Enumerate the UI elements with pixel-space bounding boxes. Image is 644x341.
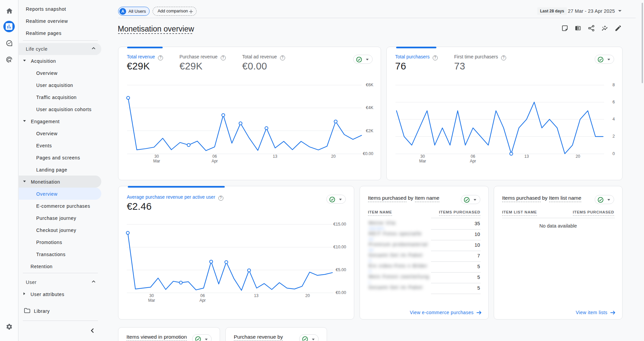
svg-text:€5.00: €5.00 bbox=[336, 267, 346, 272]
svg-text:€15.00: €15.00 bbox=[333, 222, 346, 227]
svg-text:0: 0 bbox=[612, 151, 615, 156]
svg-text:20: 20 bbox=[305, 293, 310, 298]
svg-text:13: 13 bbox=[254, 293, 259, 298]
svg-text:8: 8 bbox=[612, 83, 615, 87]
svg-text:€4K: €4K bbox=[366, 105, 374, 110]
svg-text:20: 20 bbox=[576, 154, 580, 159]
svg-text:06: 06 bbox=[200, 293, 205, 298]
svg-text:13: 13 bbox=[273, 154, 277, 159]
svg-text:Mar: Mar bbox=[148, 298, 155, 303]
svg-text:€2K: €2K bbox=[366, 129, 374, 133]
svg-text:20: 20 bbox=[331, 154, 336, 159]
svg-text:4: 4 bbox=[612, 117, 615, 121]
svg-text:€0.00: €0.00 bbox=[363, 151, 373, 156]
svg-text:06: 06 bbox=[212, 154, 217, 159]
svg-text:30: 30 bbox=[149, 293, 154, 298]
svg-text:€6K: €6K bbox=[366, 83, 374, 87]
svg-text:2: 2 bbox=[612, 134, 615, 139]
svg-text:Mar: Mar bbox=[419, 159, 426, 163]
svg-text:Apr: Apr bbox=[212, 159, 218, 163]
svg-text:30: 30 bbox=[154, 154, 159, 159]
svg-text:6: 6 bbox=[612, 100, 615, 104]
svg-text:06: 06 bbox=[471, 154, 475, 159]
svg-text:€0.00: €0.00 bbox=[336, 290, 346, 295]
svg-text:Apr: Apr bbox=[470, 159, 476, 163]
svg-text:€10.00: €10.00 bbox=[333, 245, 346, 249]
svg-text:30: 30 bbox=[420, 154, 425, 159]
svg-text:Apr: Apr bbox=[200, 298, 206, 303]
svg-text:Mar: Mar bbox=[153, 159, 160, 163]
svg-text:13: 13 bbox=[524, 154, 529, 159]
